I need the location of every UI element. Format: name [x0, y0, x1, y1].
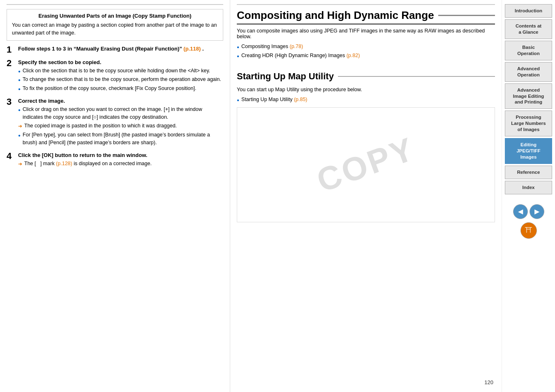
step-1-number: 1 [7, 44, 18, 55]
sidebar-item-editing-jpeg-tiff[interactable]: EditingJPEG/TIFFImages [505, 138, 552, 164]
section-copy-stamp-intro: You can correct an image by pasting a se… [12, 21, 218, 37]
sidebar-item-index[interactable]: Index [505, 181, 552, 194]
step-4-number: 4 [7, 151, 18, 161]
step-4-content: Click the [OK] button to return to the m… [18, 152, 223, 169]
section-copy-stamp-title: Erasing Unwanted Parts of an Image (Copy… [12, 13, 218, 19]
compositing-bullet-2: Creating HDR (High Dynamic Range) Images… [237, 52, 495, 60]
step-4: 4 Click the [OK] button to return to the… [7, 152, 223, 169]
copy-watermark-text: COPY [312, 130, 420, 200]
step-2-number: 2 [7, 58, 18, 69]
sidebar-item-processing-large-numbers[interactable]: ProcessingLarge Numbersof Images [505, 111, 552, 136]
page-number: 120 [484, 379, 493, 385]
step-2-title: Specify the section to be copied. [18, 59, 223, 65]
left-column: Erasing Unwanted Parts of an Image (Copy… [0, 0, 230, 392]
step-3-title: Correct the image. [18, 98, 223, 104]
step-2-bullet-2: To change the section that is to be the … [18, 76, 223, 83]
step-1-title: Follow steps 1 to 3 in “Manually Erasing… [18, 46, 223, 52]
sidebar-item-basic-operation[interactable]: BasicOperation [505, 41, 552, 60]
sidebar-item-advanced-image-editing[interactable]: AdvancedImage Editingand Printing [505, 83, 552, 109]
sidebar-item-reference[interactable]: Reference [505, 166, 552, 179]
step-3-number: 3 [7, 97, 18, 107]
map-utility-title: Starting Up Map Utility [237, 71, 495, 83]
nav-arrows-group: ◀ ▶ ⛩ [513, 204, 544, 239]
map-utility-bullet-1: Starting Up Map Utility (p.85) [237, 96, 495, 104]
step-3: 3 Correct the image. Click or drag on th… [7, 98, 223, 148]
next-button[interactable]: ▶ [530, 204, 544, 219]
map-utility-section: Starting Up Map Utility You can start up… [237, 71, 495, 104]
sidebar-item-contents-at-a-glance[interactable]: Contents ata Glance [505, 19, 552, 39]
step-3-bullet-3: For [Pen type], you can select from [Bru… [18, 131, 223, 147]
section-copy-stamp: Erasing Unwanted Parts of an Image (Copy… [7, 9, 223, 41]
compositing-intro: You can composite images also using JPEG… [237, 28, 495, 39]
map-utility-intro: You can start up Map Utility using the p… [237, 87, 495, 92]
step-4-title: Click the [OK] button to return to the m… [18, 152, 223, 158]
compositing-bullet-1: Compositing Images (p.78) [237, 43, 495, 51]
compositing-title: Compositing and High Dynamic Range [237, 9, 495, 25]
step-2-content: Specify the section to be copied. Click … [18, 59, 223, 94]
step-1: 1 Follow steps 1 to 3 in “Manually Erasi… [7, 46, 223, 55]
sidebar-item-introduction[interactable]: Introduction [505, 4, 552, 18]
step-3-content: Correct the image. Click or drag on the … [18, 98, 223, 148]
compositing-bullets: Compositing Images (p.78) Creating HDR (… [237, 43, 495, 60]
step-3-bullets: Click or drag on the section you want to… [18, 106, 223, 147]
compositing-section: Compositing and High Dynamic Range You c… [237, 9, 495, 60]
map-utility-bullets: Starting Up Map Utility (p.85) [237, 96, 495, 104]
step-2-bullet-1: Click on the section that is to be the c… [18, 67, 223, 75]
step-1-content: Follow steps 1 to 3 in “Manually Erasing… [18, 46, 223, 53]
step-2-bullet-3: To fix the position of the copy source, … [18, 85, 223, 92]
step-2: 2 Specify the section to be copied. Clic… [7, 59, 223, 94]
sidebar-item-advanced-operation[interactable]: AdvancedOperation [505, 62, 552, 82]
step-3-bullet-2: The copied image is pasted in the positi… [18, 122, 223, 130]
prev-button[interactable]: ◀ [513, 204, 528, 219]
home-button[interactable]: ⛩ [520, 222, 537, 239]
prev-next-arrows: ◀ ▶ [513, 204, 544, 219]
step-2-bullets: Click on the section that is to be the c… [18, 67, 223, 92]
step-4-bullet-1: The [ ] mark (p.128) is displayed on a c… [18, 160, 223, 168]
step-4-bullets: The [ ] mark (p.128) is displayed on a c… [18, 160, 223, 168]
sidebar-navigation: Introduction Contents ata Glance BasicOp… [502, 0, 555, 392]
step-3-bullet-1: Click or drag on the section you want to… [18, 106, 223, 121]
right-column: Compositing and High Dynamic Range You c… [230, 0, 502, 392]
copy-watermark-area: COPY [237, 107, 495, 222]
